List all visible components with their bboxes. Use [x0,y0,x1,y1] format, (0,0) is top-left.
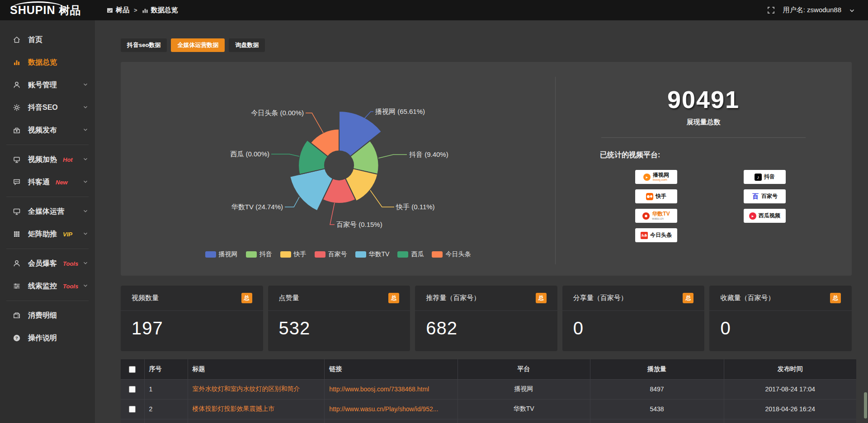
stat-card-total-badge[interactable]: 总 [830,293,841,303]
cell-link-link[interactable]: http://www.wasu.cn/Play/show/id/952... [329,405,438,413]
platform-name: 今日头条 [650,232,672,238]
legend-swatch [315,251,326,258]
user-icon [13,81,21,89]
sidebar-item-5[interactable]: 视频发布 [0,119,95,141]
sidebar-item-badge: Tools [63,283,78,290]
chart-section: 播视网 (65.61%)抖音 (9.40%)快手 (0.11%)百家号 (0.1… [121,62,555,276]
platform-name: 百家号 [761,193,778,199]
stat-card-title: 分享量（百家号） [573,294,627,302]
fullscreen-icon[interactable] [767,6,775,14]
chevron-down-icon[interactable] [83,180,88,183]
sidebar-divider [6,301,89,301]
stat-card-title: 收藏量（百家号） [720,294,774,302]
sidebar-divider [6,249,89,249]
sidebar-divider [6,197,89,197]
row-checkbox[interactable] [129,386,136,393]
select-all-checkbox-cell [121,359,144,379]
platform-badge-kuaishou: 快手 [635,189,677,203]
chevron-down-icon[interactable] [83,158,88,161]
legend-label: 今日头条 [445,250,471,258]
platform-subtext: boosj.com [653,178,667,182]
sidebar-item-12[interactable]: 消费明细 [0,304,95,327]
platform-badges-left: 播视网boosj.com快手华数TVwasu.cn头条今日头条 [635,170,677,242]
cell-num: 1 [144,379,188,399]
stat-card-total-badge[interactable]: 总 [536,293,547,303]
pie-label-line [370,190,394,207]
sidebar-item-3[interactable]: 账号管理 [0,74,95,96]
table-row-1: 1室外水纹灯和室内水纹灯的区别和简介http://www.boosj.com/7… [121,379,856,399]
legend-item-3[interactable]: 快手 [280,250,307,258]
cell-link-link[interactable]: http://www.boosj.com/7338468.html [329,385,429,393]
select-all-checkbox[interactable] [129,366,136,373]
legend-item-5[interactable]: 华数TV [355,250,390,258]
chevron-down-icon[interactable] [83,262,88,265]
pie-slice-label: 华数TV (24.74%) [231,203,283,211]
breadcrumb-item-current[interactable]: 数据总览 [142,6,178,14]
page-scrollbar-thumb[interactable] [864,392,867,418]
tab-3[interactable]: 询盘数据 [229,38,265,52]
cell-time: 2017-08-24 17:04 [724,379,856,399]
user-menu-chevron-icon[interactable] [849,6,854,14]
stat-card-value: 0 [709,311,852,338]
sidebar-item-2[interactable]: 数据总览 [0,51,95,74]
cell-platform [458,419,590,423]
pie-slice-5[interactable] [290,169,333,211]
legend-item-1[interactable]: 播视网 [205,250,238,258]
videos-table-wrap: 序号标题链接平台播放量发布时间 1室外水纹灯和室内水纹灯的区别和简介http:/… [121,359,856,423]
legend-item-7[interactable]: 今日头条 [432,250,471,258]
chevron-down-icon[interactable] [83,284,88,287]
pie-label-line [378,155,407,158]
legend-swatch [246,251,257,258]
sliders-icon [13,282,21,290]
chart-legend: 播视网抖音快手百家号华数TV西瓜今日头条 [121,250,555,258]
cell-num: 2 [144,399,188,419]
total-impressions-value: 90491 [555,85,852,113]
logo-text-cn: 树品 [59,3,80,18]
stat-card-total-badge[interactable]: 总 [388,293,399,303]
chevron-down-icon[interactable] [83,232,88,235]
sidebar-item-11[interactable]: 线索监控Tools [0,275,95,297]
breadcrumb: 树品 > 数据总览 [107,6,178,14]
row-checkbox[interactable] [129,406,136,413]
cell-link: http://www.boosj.com/7338468.html [325,379,458,399]
tab-2[interactable]: 全媒体运营数据 [171,38,225,52]
cell-title-link[interactable]: 室外水纹灯和室内水纹灯的区别和简介 [193,385,300,392]
sidebar-item-badge: VIP [63,231,72,238]
sidebar-item-8[interactable]: 全媒体运营 [0,200,95,223]
sidebar-item-13[interactable]: ?操作说明 [0,327,95,349]
chevron-down-icon[interactable] [83,210,88,213]
chevron-down-icon[interactable] [83,128,88,132]
stat-card-title: 视频数量 [132,294,159,302]
breadcrumb-item-home[interactable]: 树品 [107,6,129,14]
legend-item-2[interactable]: 抖音 [246,250,272,258]
sidebar-item-label: 全媒体运营 [28,207,64,216]
sidebar-item-label: 操作说明 [28,334,57,343]
legend-label: 抖音 [259,250,272,258]
kuaishou-logo-icon [646,193,653,200]
stat-card-total-badge[interactable]: 总 [241,293,252,303]
tab-1[interactable]: 抖音seo数据 [121,38,167,52]
stat-cards-row: 视频数量总197点赞量总532推荐量（百家号）总682分享量（百家号）总0收藏量… [121,286,852,351]
top-bar: SHUPIN 树品 树品 > 数据总览 用户名: zswodun88 [0,0,868,20]
question-icon: ? [13,334,21,342]
sidebar-item-4[interactable]: 抖音SEO [0,96,95,119]
sidebar-item-9[interactable]: 矩阵助推VIP [0,223,95,245]
horizontal-divider [601,137,806,138]
legend-item-6[interactable]: 西瓜 [397,250,424,258]
cell-title-link[interactable]: 楼体投影灯投影效果震撼上市 [193,405,275,412]
chevron-down-icon[interactable] [83,106,88,109]
cell-plays [590,419,724,423]
sidebar-item-10[interactable]: 会员爆客Tools [0,252,95,275]
legend-swatch [280,251,291,258]
legend-item-4[interactable]: 百家号 [315,250,347,258]
home-icon [13,36,21,44]
stat-card-total-badge[interactable]: 总 [683,293,693,303]
chevron-down-icon[interactable] [83,83,88,86]
sidebar-item-7[interactable]: 抖客通New [0,171,95,193]
sidebar-item-6[interactable]: 视频加热Hot [0,148,95,171]
cell-title [188,419,325,423]
platform-badge-xigua: 西瓜视频 [744,209,786,223]
sidebar-item-1[interactable]: 首页 [0,28,95,51]
table-header-row: 序号标题链接平台播放量发布时间 [121,359,856,379]
legend-label: 播视网 [219,250,238,258]
